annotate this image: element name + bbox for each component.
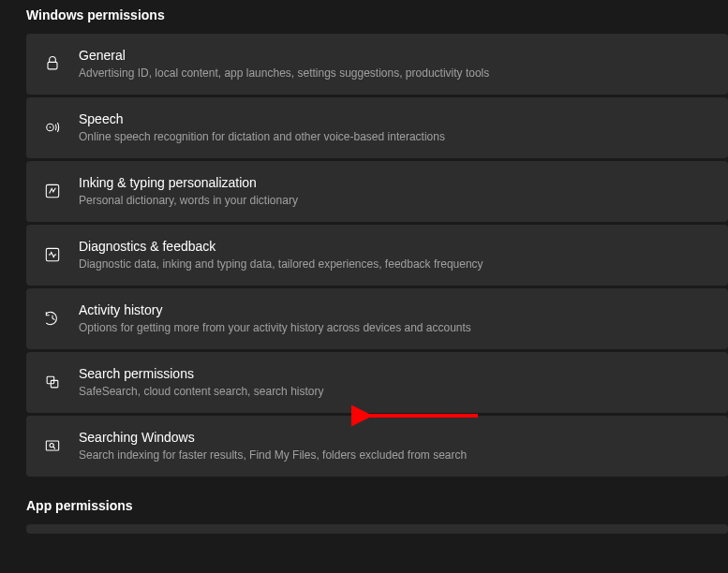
- item-title: Diagnostics & feedback: [79, 238, 713, 255]
- item-subtitle: Search indexing for faster results, Find…: [79, 448, 713, 463]
- item-text: Diagnostics & feedback Diagnostic data, …: [79, 238, 713, 272]
- diagnostics-icon: [41, 243, 64, 266]
- placeholder-item: [26, 524, 728, 534]
- item-title: Activity history: [79, 301, 713, 318]
- app-permissions-header: App permissions: [0, 479, 728, 524]
- item-title: Inking & typing personalization: [79, 174, 713, 191]
- settings-item-speech[interactable]: Speech Online speech recognition for dic…: [26, 97, 728, 158]
- item-title: General: [79, 47, 713, 64]
- settings-item-general[interactable]: General Advertising ID, local content, a…: [26, 34, 728, 95]
- item-subtitle: Options for getting more from your activ…: [79, 320, 713, 336]
- item-text: Search permissions SafeSearch, cloud con…: [79, 365, 713, 400]
- settings-item-diagnostics[interactable]: Diagnostics & feedback Diagnostic data, …: [26, 225, 728, 286]
- activity-history-icon: [41, 307, 64, 330]
- settings-item-activity-history[interactable]: Activity history Options for getting mor…: [26, 288, 728, 349]
- item-text: General Advertising ID, local content, a…: [79, 47, 713, 81]
- app-permissions-list: [0, 524, 728, 534]
- item-title: Searching Windows: [79, 429, 713, 446]
- windows-permissions-header: Windows permissions: [0, 0, 728, 34]
- settings-item-search-permissions[interactable]: Search permissions SafeSearch, cloud con…: [26, 352, 728, 413]
- svg-point-2: [50, 127, 52, 129]
- item-text: Searching Windows Search indexing for fa…: [79, 429, 713, 463]
- windows-permissions-list: General Advertising ID, local content, a…: [0, 34, 728, 477]
- settings-item-searching-windows[interactable]: Searching Windows Search indexing for fa…: [26, 416, 728, 477]
- item-subtitle: Online speech recognition for dictation …: [79, 129, 713, 145]
- speech-icon: [41, 116, 64, 139]
- item-subtitle: SafeSearch, cloud content search, search…: [79, 384, 713, 400]
- item-subtitle: Personal dictionary, words in your dicti…: [79, 193, 713, 209]
- lock-icon: [41, 52, 64, 75]
- item-text: Activity history Options for getting mor…: [79, 301, 713, 336]
- item-title: Search permissions: [79, 365, 713, 382]
- searching-windows-icon: [41, 434, 64, 457]
- search-permissions-icon: [41, 371, 64, 393]
- settings-item-inking[interactable]: Inking & typing personalization Personal…: [26, 161, 728, 222]
- item-subtitle: Advertising ID, local content, app launc…: [79, 66, 713, 81]
- svg-point-8: [50, 444, 53, 448]
- svg-rect-7: [46, 441, 58, 450]
- item-text: Speech Online speech recognition for dic…: [79, 110, 713, 145]
- inking-icon: [41, 180, 64, 202]
- item-text: Inking & typing personalization Personal…: [79, 174, 713, 209]
- svg-rect-0: [48, 63, 57, 70]
- item-title: Speech: [79, 110, 713, 127]
- item-subtitle: Diagnostic data, inking and typing data,…: [79, 257, 713, 272]
